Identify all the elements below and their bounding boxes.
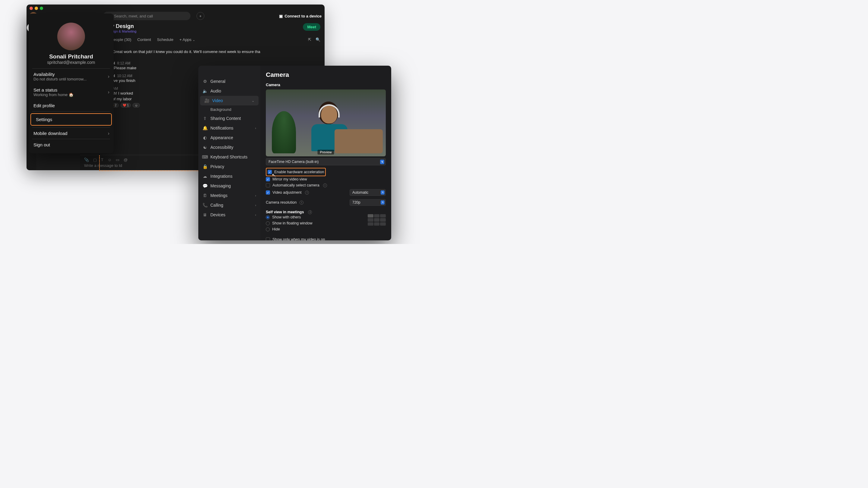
self-view-radio-hide[interactable]: Hide [266, 226, 368, 232]
reaction[interactable]: ❤️ 1 [121, 103, 131, 107]
checkbox-icon[interactable] [266, 237, 270, 240]
info-icon[interactable]: i [323, 184, 327, 187]
sidebar-item-meetings[interactable]: 🗓Meetings› [198, 191, 260, 200]
auto-camera-checkbox-row[interactable]: Automatically select camera i [266, 182, 386, 188]
connect-device-label: Connect to a device [284, 14, 321, 19]
chevron-down-icon: ⌄ [193, 38, 195, 41]
sidebar-item-background[interactable]: Background [198, 105, 260, 113]
self-view-radio-floating[interactable]: Show in floating window [266, 220, 368, 226]
accessibility-icon: ☯ [203, 145, 207, 150]
radio-icon[interactable] [266, 221, 270, 225]
sidebar-item-accessibility[interactable]: ☯Accessibility [198, 142, 260, 152]
global-search[interactable]: 🔍 Search, meet, and call [103, 12, 190, 20]
self-view-label: Self view in meetings [266, 210, 304, 214]
search-in-space-icon[interactable]: 🔍 [315, 37, 320, 42]
minimize-icon[interactable] [35, 7, 38, 10]
layout-grid-icon[interactable] [368, 214, 386, 226]
video-icon: 🎥 [204, 98, 209, 103]
cast-icon: ▣ [279, 14, 283, 19]
sidebar-item-video[interactable]: 🎥Video⌄ [200, 96, 258, 105]
show-only-label: Show only when my video is on [273, 237, 325, 240]
chevron-right-icon: › [255, 203, 256, 207]
bell-icon: 🔔 [203, 126, 207, 130]
mirror-checkbox-row[interactable]: ✓ Mirror my video view [266, 176, 386, 182]
chevron-updown-icon: ⇅ [381, 200, 384, 204]
checkbox-icon[interactable]: ✓ [268, 170, 272, 174]
sidebar-item-messaging[interactable]: 💬Messaging [198, 181, 260, 191]
popover-edit-profile[interactable]: Edit profile [29, 100, 114, 111]
speaker-icon: 🔈 [203, 89, 207, 93]
connect-device-button[interactable]: ▣ Connect to a device [279, 14, 321, 19]
sidebar-item-sharing[interactable]: ⇪Sharing Content [198, 113, 260, 123]
gif-icon[interactable]: ▭ [116, 158, 119, 162]
checkbox-icon[interactable]: ✓ [266, 177, 270, 181]
sidebar-item-integrations[interactable]: ☁Integrations [198, 171, 260, 181]
popover-settings[interactable]: Settings [30, 113, 112, 126]
add-reaction-button[interactable]: ☺ [133, 103, 140, 107]
preview-label: Preview [317, 150, 334, 155]
camera-select[interactable]: FaceTime HD Camera (built-in)⇅ [266, 158, 386, 165]
mention-icon[interactable]: @ [124, 158, 127, 162]
chevron-updown-icon: ⇅ [380, 160, 384, 164]
camera-section-label: Camera [266, 83, 386, 87]
search-placeholder: Search, meet, and call [114, 14, 153, 19]
tab-schedule[interactable]: Schedule [154, 36, 176, 43]
keyboard-icon: ⌨ [203, 155, 207, 159]
lock-icon: 🔒 [203, 164, 207, 169]
checkbox-icon[interactable]: ✓ [266, 190, 270, 195]
sidebar-item-privacy[interactable]: 🔒Privacy [198, 162, 260, 171]
show-only-checkbox-row[interactable]: Show only when my video is on [266, 236, 386, 240]
sidebar-item-general[interactable]: ⚙General [198, 76, 260, 86]
radio-icon[interactable] [266, 227, 270, 231]
camera-resolution-label: Camera resolution [266, 200, 297, 204]
sidebar-item-audio[interactable]: 🔈Audio [198, 86, 260, 96]
space-title: Identity Design [95, 23, 303, 30]
space-tabs: Messages People (30) Content Schedule + … [80, 35, 324, 44]
pin-icon[interactable]: ⇱ [308, 37, 311, 42]
video-adjustment-select[interactable]: Automatic⇅ [350, 189, 386, 196]
settings-content: Camera Camera Preview FaceTime HD Camera… [260, 66, 391, 240]
settings-page-title: Camera [266, 71, 386, 78]
camera-preview: Preview [266, 90, 386, 156]
camera-resolution-select[interactable]: 720p⇅ [350, 199, 386, 206]
self-view-radio-others[interactable]: Show with others [266, 214, 368, 220]
zoom-icon[interactable] [40, 7, 43, 10]
settings-sidebar: ⚙General 🔈Audio 🎥Video⌄ Background ⇪Shar… [198, 66, 260, 240]
attach-icon[interactable]: 📎 [84, 158, 89, 162]
emoji-icon[interactable]: ☺ [107, 158, 112, 162]
close-icon[interactable] [30, 7, 33, 10]
sidebar-item-appearance[interactable]: ◐Appearance [198, 133, 260, 142]
popover-set-status[interactable]: Set a statusWorking from home 🏠 › [29, 84, 114, 100]
devices-icon: 🖥 [203, 213, 207, 217]
info-icon[interactable]: i [308, 210, 312, 214]
screenshot-icon[interactable]: ▢ [93, 158, 97, 162]
format-icon[interactable]: T [101, 158, 103, 162]
meetings-icon: 🗓 [203, 193, 207, 198]
tab-content[interactable]: Content [134, 36, 154, 43]
auto-camera-label: Automatically select camera [273, 183, 319, 187]
checkbox-icon[interactable] [266, 183, 270, 187]
meet-button[interactable]: Meet [303, 23, 320, 31]
sidebar-item-calling[interactable]: 📞Calling› [198, 200, 260, 210]
mirror-label: Mirror my video view [273, 177, 307, 181]
highlight-hw-accel: ✓ Enable hardware acceleration [266, 168, 326, 176]
add-button[interactable]: + [196, 12, 204, 20]
popover-mobile-download[interactable]: Mobile download› [29, 128, 114, 139]
share-icon: ⇪ [203, 116, 207, 121]
tab-apps[interactable]: + Apps ⌄ [176, 36, 198, 43]
popover-availability[interactable]: AvailabilityDo not disturb until tomorro… [29, 69, 114, 84]
hw-accel-checkbox-row[interactable]: ✓ Enable hardware acceleration [268, 169, 324, 175]
space-subtitle[interactable]: Graphic Design & Marketing [95, 30, 303, 33]
sidebar-item-devices[interactable]: 🖥Devices› [198, 210, 260, 220]
info-icon[interactable]: i [300, 201, 304, 204]
settings-window: ⚙General 🔈Audio 🎥Video⌄ Background ⇪Shar… [198, 66, 391, 240]
info-icon[interactable]: i [305, 191, 309, 195]
sidebar-item-notifications[interactable]: 🔔Notifications› [198, 123, 260, 133]
hw-accel-label: Enable hardware acceleration [274, 170, 324, 174]
sidebar-item-shortcuts[interactable]: ⌨Keyboard Shortcuts [198, 152, 260, 162]
chevron-right-icon: › [108, 74, 110, 79]
chevron-right-icon: › [255, 126, 256, 130]
radio-icon[interactable] [266, 216, 270, 219]
profile-popover: Sonali Pritchard spritchard@example.com … [29, 13, 114, 153]
popover-sign-out[interactable]: Sign out [29, 139, 114, 150]
